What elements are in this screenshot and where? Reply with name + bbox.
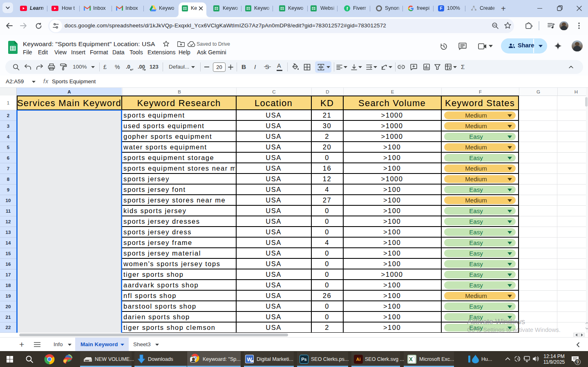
svg-text:X: X <box>409 356 413 363</box>
